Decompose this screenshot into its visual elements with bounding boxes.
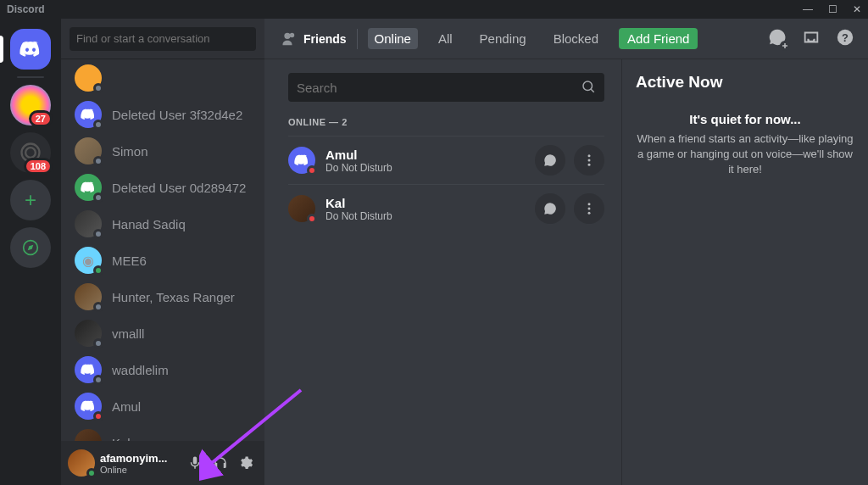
header-toolbar: ?	[768, 28, 854, 49]
dm-name: Amul	[112, 399, 141, 414]
dm-sidebar: Deleted User 3f32d4e2 Simon Deleted User…	[61, 19, 264, 485]
main-panel: Friends Online All Pending Blocked Add F…	[264, 19, 868, 485]
svg-point-8	[588, 159, 591, 162]
user-info[interactable]: afamonyim... Online	[100, 452, 178, 475]
tab-all[interactable]: All	[431, 28, 459, 49]
svg-point-11	[588, 208, 591, 210]
friend-status: Do Not Disturb	[326, 162, 525, 174]
server-item[interactable]: 27	[10, 85, 51, 125]
friend-row[interactable]: Amul Do Not Disturb	[288, 136, 604, 184]
friend-actions	[535, 145, 604, 176]
svg-point-9	[588, 164, 591, 166]
plus-badge-icon	[780, 41, 790, 51]
tab-blocked[interactable]: Blocked	[547, 28, 605, 49]
close-icon[interactable]: ✕	[853, 3, 861, 15]
dm-item[interactable]: Hunter, Texas Ranger	[68, 279, 258, 315]
mute-button[interactable]	[183, 451, 207, 475]
inbox-button[interactable]	[802, 28, 821, 49]
explore-button[interactable]	[10, 227, 51, 268]
tab-online[interactable]: Online	[368, 28, 418, 49]
message-icon	[542, 153, 558, 168]
settings-button[interactable]	[234, 451, 258, 475]
dm-name: vmalll	[112, 326, 144, 341]
avatar	[75, 64, 102, 92]
avatar	[75, 320, 102, 347]
header-tabs: Online All Pending Blocked Add Friend	[368, 28, 698, 49]
avatar	[75, 174, 102, 201]
server-rail: 27 108 +	[0, 19, 61, 485]
avatar	[75, 429, 102, 441]
user-avatar[interactable]	[68, 449, 95, 477]
dm-item[interactable]: waddlelim	[68, 352, 258, 387]
friends-icon	[278, 30, 297, 48]
dm-item[interactable]: Deleted User 0d289472	[68, 170, 258, 205]
message-button[interactable]	[535, 145, 565, 176]
dm-item[interactable]: Amul	[68, 388, 258, 424]
headphones-icon	[213, 455, 228, 471]
search-box	[288, 73, 604, 102]
help-icon: ?	[836, 28, 854, 47]
dm-item[interactable]: vmalll	[68, 315, 258, 351]
friend-info: Amul Do Not Disturb	[326, 148, 525, 174]
avatar	[288, 195, 315, 222]
discord-icon	[81, 361, 96, 378]
dm-name: MEE6	[112, 254, 147, 268]
activity-empty-text: When a friend starts an activity—like pl…	[636, 131, 854, 178]
status-indicator	[93, 156, 103, 166]
maximize-icon[interactable]: ☐	[828, 3, 837, 15]
message-button[interactable]	[535, 193, 565, 224]
main-content: ONLINE — 2 Amul Do Not Disturb Kal	[264, 59, 868, 485]
inbox-icon	[802, 28, 821, 47]
friends-heading: Friends	[278, 30, 347, 48]
status-indicator	[307, 214, 317, 224]
minimize-icon[interactable]: —	[803, 3, 813, 15]
dm-item[interactable]: ◉MEE6	[68, 242, 258, 278]
user-panel: afamonyim... Online	[61, 441, 264, 485]
add-server-button[interactable]: +	[10, 180, 51, 220]
home-button[interactable]	[10, 29, 51, 70]
dm-item[interactable]: Hanad Sadiq	[68, 206, 258, 242]
user-controls	[183, 451, 258, 475]
svg-point-12	[588, 212, 591, 215]
dm-item[interactable]: Kal	[68, 425, 258, 441]
dm-name: Hunter, Texas Ranger	[112, 290, 235, 304]
new-group-dm-button[interactable]	[768, 28, 787, 49]
friends-search-input[interactable]	[297, 81, 581, 95]
status-indicator	[93, 265, 103, 276]
friend-status: Do Not Disturb	[326, 210, 525, 222]
dm-search	[61, 19, 264, 59]
friend-row[interactable]: Kal Do Not Disturb	[288, 184, 604, 232]
svg-point-6	[583, 81, 593, 91]
tab-pending[interactable]: Pending	[473, 28, 533, 49]
avatar: ◉	[75, 247, 102, 274]
find-conversation-input[interactable]	[70, 27, 256, 51]
help-button[interactable]: ?	[836, 28, 854, 49]
friend-name: Kal	[326, 196, 525, 210]
status-indicator	[93, 192, 103, 203]
deafen-button[interactable]	[209, 451, 232, 475]
avatar	[75, 101, 102, 128]
dm-item[interactable]: Deleted User 3f32d4e2	[68, 97, 258, 132]
status-indicator	[307, 165, 317, 176]
discord-icon	[81, 106, 96, 123]
more-button[interactable]	[574, 145, 604, 176]
microphone-icon	[187, 455, 203, 471]
dm-item[interactable]: Simon	[68, 133, 258, 169]
more-button[interactable]	[574, 193, 604, 224]
titlebar: Discord — ☐ ✕	[0, 0, 868, 19]
gear-icon	[238, 455, 253, 471]
discord-icon	[81, 398, 96, 415]
server-item[interactable]: 108	[10, 132, 51, 173]
status-indicator	[93, 338, 103, 348]
more-icon	[581, 201, 597, 216]
status-indicator	[93, 83, 103, 93]
status-indicator	[93, 375, 103, 385]
friend-name: Amul	[326, 148, 525, 162]
avatar	[75, 393, 102, 420]
svg-point-10	[588, 203, 591, 205]
compass-icon	[22, 239, 39, 256]
dm-item[interactable]	[68, 60, 258, 96]
add-friend-button[interactable]: Add Friend	[619, 28, 698, 49]
activity-title: Active Now	[636, 73, 854, 92]
search-icon	[581, 79, 596, 97]
